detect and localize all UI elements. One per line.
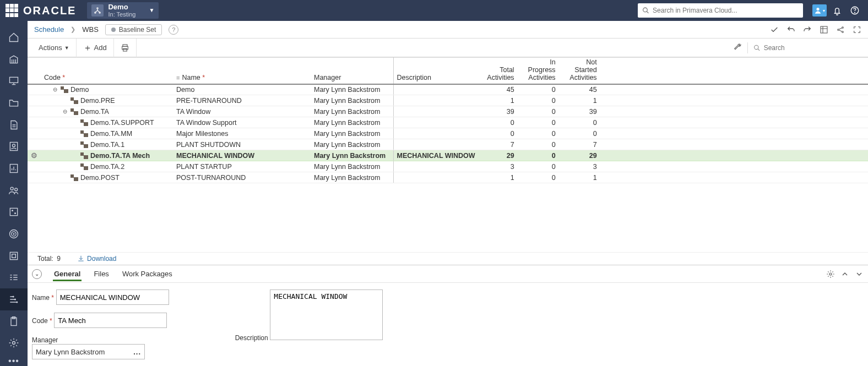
cell-notstarted[interactable]: 0: [561, 117, 603, 128]
cell-inprogress[interactable]: 0: [520, 139, 561, 150]
global-search-input[interactable]: [653, 7, 799, 14]
actions-menu-button[interactable]: Actions ▼: [32, 39, 77, 57]
nav-bank-icon[interactable]: [0, 48, 28, 70]
cell-code[interactable]: Demo.TA.SUPPORT: [41, 117, 173, 128]
cell-name[interactable]: PLANT SHUTDOWN: [173, 139, 311, 150]
cell-manager[interactable]: Mary Lynn Backstrom: [311, 172, 393, 183]
cell-code[interactable]: Demo.TA.MM: [41, 128, 173, 139]
tab-files[interactable]: Files: [93, 266, 110, 281]
notifications-icon[interactable]: [829, 3, 845, 18]
undo-icon[interactable]: [786, 25, 795, 34]
nav-box-icon[interactable]: [0, 245, 28, 267]
cell-name[interactable]: PLANT STARTUP: [173, 161, 311, 172]
cell-name[interactable]: MECHANICAL WINDOW: [173, 150, 311, 161]
nav-report-icon[interactable]: [0, 157, 28, 179]
input-name[interactable]: [56, 289, 169, 305]
cell-notstarted[interactable]: 45: [561, 84, 603, 95]
cell-code[interactable]: ⊖Demo: [41, 84, 173, 95]
nav-clipboard-icon[interactable]: [0, 310, 28, 332]
cell-description[interactable]: [393, 95, 479, 106]
cell-total[interactable]: 3: [479, 161, 520, 172]
cell-manager[interactable]: Mary Lynn Backstrom: [311, 117, 393, 128]
check-icon[interactable]: [770, 25, 779, 34]
cell-spacer[interactable]: [603, 139, 868, 150]
collapse-icon[interactable]: ⊖: [62, 108, 68, 114]
cell-notstarted[interactable]: 7: [561, 139, 603, 150]
table-row[interactable]: Demo.TA.2PLANT STARTUPMary Lynn Backstro…: [28, 161, 868, 172]
help-icon[interactable]: [847, 3, 862, 18]
global-search[interactable]: [638, 3, 803, 18]
cell-notstarted[interactable]: 39: [561, 106, 603, 117]
grid-search-input[interactable]: [764, 44, 864, 52]
share-icon[interactable]: [836, 25, 845, 34]
collapse-detail-icon[interactable]: ⌄: [32, 269, 42, 279]
grid-search[interactable]: [753, 44, 864, 52]
row-gear-cell[interactable]: [28, 106, 41, 117]
cell-total[interactable]: 29: [479, 150, 520, 161]
col-description[interactable]: Description: [393, 58, 479, 84]
cell-description[interactable]: [393, 128, 479, 139]
configure-button[interactable]: [733, 42, 742, 53]
nav-dice-icon[interactable]: [0, 201, 28, 223]
cell-spacer[interactable]: [603, 128, 868, 139]
cell-notstarted[interactable]: 1: [561, 172, 603, 183]
cell-name[interactable]: POST-TURNAROUND: [173, 172, 311, 183]
user-menu-button[interactable]: ▾: [812, 3, 827, 18]
breadcrumb-root[interactable]: Schedule: [34, 25, 64, 34]
nav-settings-icon[interactable]: [0, 332, 28, 354]
cell-description[interactable]: [393, 106, 479, 117]
cell-total[interactable]: 1: [479, 172, 520, 183]
grid-settings-icon[interactable]: [820, 25, 828, 34]
nav-document-icon[interactable]: [0, 114, 28, 136]
row-gear-cell[interactable]: [28, 117, 41, 128]
cell-inprogress[interactable]: 0: [520, 161, 561, 172]
gear-icon[interactable]: ⚙: [31, 152, 37, 160]
cell-manager[interactable]: Mary Lynn Backstrom: [311, 84, 393, 95]
redo-icon[interactable]: [803, 25, 812, 34]
table-row[interactable]: ⚙Demo.TA.TA MechMECHANICAL WINDOWMary Ly…: [28, 150, 868, 161]
row-gear-cell[interactable]: [28, 161, 41, 172]
nav-monitor-icon[interactable]: [0, 70, 28, 92]
cell-inprogress[interactable]: 0: [520, 172, 561, 183]
detail-settings-icon[interactable]: [826, 270, 835, 278]
cell-spacer[interactable]: [603, 150, 868, 161]
cell-inprogress[interactable]: 0: [520, 95, 561, 106]
cell-notstarted[interactable]: 3: [561, 161, 603, 172]
table-row[interactable]: Demo.TA.1PLANT SHUTDOWNMary Lynn Backstr…: [28, 139, 868, 150]
cell-code[interactable]: Demo.PRE: [41, 95, 173, 106]
table-row[interactable]: ⊖DemoDemoMary Lynn Backstrom45045: [28, 84, 868, 95]
table-row[interactable]: Demo.POSTPOST-TURNAROUNDMary Lynn Backst…: [28, 172, 868, 183]
project-context-switcher[interactable]: Demo In: Testing ▼: [87, 2, 159, 19]
nav-list-icon[interactable]: [0, 266, 28, 288]
nav-more-icon[interactable]: •••: [8, 356, 19, 366]
row-gear-cell[interactable]: [28, 84, 41, 95]
input-code[interactable]: [54, 313, 167, 328]
baseline-chip[interactable]: Baseline Set: [105, 24, 162, 35]
cell-manager[interactable]: Mary Lynn Backstrom: [311, 150, 393, 161]
cell-code[interactable]: Demo.TA.TA Mech: [41, 150, 173, 161]
cell-name[interactable]: TA Window Support: [173, 117, 311, 128]
col-manager[interactable]: Manager: [311, 58, 393, 84]
col-notstarted[interactable]: Not Started Activities: [561, 58, 603, 84]
picker-manager[interactable]: Mary Lynn Backstrom ...: [32, 344, 145, 359]
cell-spacer[interactable]: [603, 117, 868, 128]
col-total[interactable]: Total Activities: [479, 58, 520, 84]
cell-manager[interactable]: Mary Lynn Backstrom: [311, 106, 393, 117]
row-gear-cell[interactable]: [28, 139, 41, 150]
table-row[interactable]: ⊖Demo.TATA WindowMary Lynn Backstrom3903…: [28, 106, 868, 117]
cell-description[interactable]: [393, 161, 479, 172]
cell-description[interactable]: [393, 172, 479, 183]
cell-description[interactable]: [393, 139, 479, 150]
add-button[interactable]: ＋ Add: [77, 39, 114, 57]
cell-total[interactable]: 39: [479, 106, 520, 117]
fullscreen-icon[interactable]: [853, 25, 861, 34]
apps-grid-icon[interactable]: [6, 4, 19, 17]
download-link[interactable]: Download: [77, 255, 116, 263]
nav-contacts-icon[interactable]: [0, 135, 28, 157]
col-name[interactable]: ≡Name: [173, 58, 311, 84]
cell-notstarted[interactable]: 1: [561, 95, 603, 106]
cell-spacer[interactable]: [603, 106, 868, 117]
cell-name[interactable]: Demo: [173, 84, 311, 95]
cell-description[interactable]: [393, 84, 479, 95]
cell-spacer[interactable]: [603, 161, 868, 172]
